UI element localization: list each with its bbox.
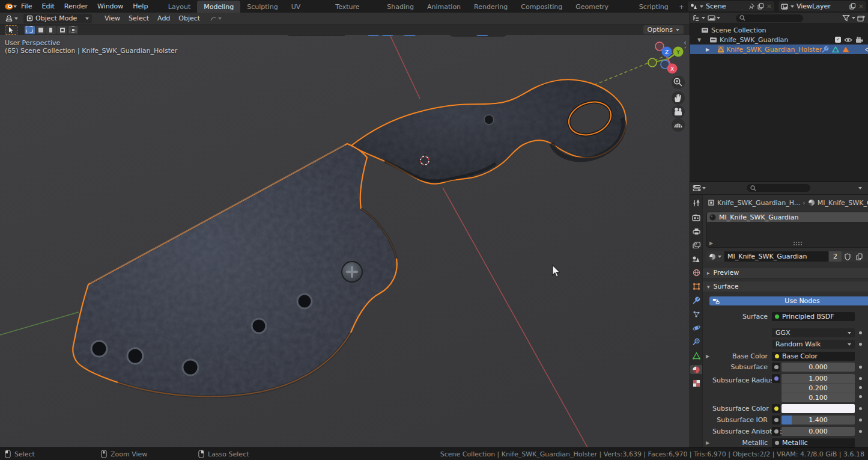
menu-render[interactable]: Render <box>59 2 93 10</box>
workspace-tab-compositing[interactable]: Compositing <box>514 1 569 13</box>
menu-edit[interactable]: Edit <box>37 2 59 10</box>
outliner-row-scene-collection[interactable]: Scene Collection <box>690 25 868 35</box>
breadcrumb-object[interactable]: Knife_SWK_Guardian_H... <box>717 199 800 207</box>
material-slot-list[interactable]: MI_Knife_SWK_Guardian ▶ <box>706 212 868 248</box>
tab-object[interactable] <box>690 282 702 291</box>
menu-object[interactable]: Object <box>174 14 204 22</box>
logo-menu-chevron[interactable] <box>13 5 17 8</box>
workspace-tab-animation[interactable]: Animation <box>420 1 467 13</box>
outliner-row-collection[interactable]: ▼ Knife_SWK_Guardian ✓ <box>690 35 868 44</box>
add-workspace-button[interactable]: + <box>675 1 688 13</box>
subsurface-radius-x[interactable]: 1.000 <box>782 374 855 383</box>
tab-tool[interactable] <box>690 199 702 208</box>
subsurface-ior-socket[interactable] <box>772 416 780 425</box>
properties-options-chevron[interactable] <box>858 187 862 189</box>
collection-checkbox[interactable]: ✓ <box>835 37 841 43</box>
outliner-row-active-object[interactable]: ▶ Knife_SWK_Guardian_Holster <box>690 44 868 54</box>
mode-dropdown[interactable]: Object Mode <box>23 14 92 23</box>
subsurface-anisotropy-socket[interactable] <box>772 427 780 436</box>
menu-add[interactable]: Add <box>153 14 174 22</box>
select-mode-set-button[interactable] <box>25 26 35 34</box>
menu-select[interactable]: Select <box>124 14 153 22</box>
animate-dot[interactable] <box>859 430 862 433</box>
animate-dot[interactable] <box>859 395 862 398</box>
tab-scene[interactable] <box>690 254 702 263</box>
expand-input-arrow[interactable]: ▶ <box>703 354 712 359</box>
tab-constraints[interactable] <box>690 337 702 346</box>
workspace-tab-shading[interactable]: Shading <box>380 1 420 13</box>
breadcrumb-material[interactable]: MI_Knife_SWK_Guar... <box>818 199 868 207</box>
filter-icon[interactable] <box>842 14 850 22</box>
fake-user-shield-button[interactable] <box>842 251 853 262</box>
zoom-view-button[interactable] <box>672 76 685 89</box>
tab-modifiers[interactable] <box>690 296 702 305</box>
workspace-tab-layout[interactable]: Layout <box>162 1 197 13</box>
base-color-field[interactable]: Base Color <box>772 352 855 361</box>
menu-window[interactable]: Window <box>93 2 128 10</box>
workspace-tab-sculpting[interactable]: Sculpting <box>240 1 284 13</box>
new-material-copy-button[interactable] <box>854 251 865 262</box>
subsurface-socket[interactable] <box>772 363 780 372</box>
select-mode-invert-button[interactable] <box>57 26 67 34</box>
workspace-tab-uv-editing[interactable]: UV Editing <box>285 1 329 13</box>
animate-dot[interactable] <box>859 377 862 380</box>
active-tool-select-box[interactable] <box>5 25 17 35</box>
subsurface-color-swatch[interactable] <box>782 404 855 413</box>
new-scene-icon[interactable] <box>757 3 764 10</box>
subsurface-value-slider[interactable]: 0.000 <box>782 363 855 372</box>
select-mode-intersect-button[interactable] <box>68 26 78 34</box>
outliner-editor-type-button[interactable] <box>693 14 705 22</box>
panel-header-preview[interactable]: ▸ Preview <box>703 267 868 278</box>
hide-eye-icon[interactable] <box>865 46 868 53</box>
tab-object-data[interactable] <box>690 351 702 360</box>
tab-view-layer[interactable] <box>690 241 702 250</box>
tab-texture[interactable] <box>690 379 702 388</box>
options-dropdown[interactable]: Options <box>643 25 684 34</box>
unlink-material-button[interactable]: × <box>866 251 868 262</box>
tab-world[interactable] <box>690 268 702 277</box>
material-name-field[interactable]: MI_Knife_SWK_Guardian <box>724 251 828 262</box>
tab-output[interactable] <box>690 227 702 236</box>
expand-arrow[interactable]: ▶ <box>693 47 709 52</box>
slot-expand-arrow[interactable]: ▶ <box>709 241 713 246</box>
tab-particles[interactable] <box>690 310 702 319</box>
camera-view-button[interactable] <box>672 105 685 118</box>
menu-file[interactable]: File <box>16 2 37 10</box>
subsurface-radius-socket[interactable] <box>772 374 780 383</box>
subsurface-method-dropdown[interactable]: Random Walk <box>772 340 855 349</box>
transform-widget-button[interactable] <box>208 14 223 23</box>
tab-physics[interactable] <box>690 324 702 333</box>
menu-view[interactable]: View <box>100 14 124 22</box>
animate-dot[interactable] <box>859 366 862 369</box>
sidebar-toggle-arrow[interactable]: ‹ <box>684 38 687 47</box>
filter-chevron[interactable] <box>852 17 855 19</box>
subsurface-ior-slider[interactable]: 1.400 <box>782 416 855 425</box>
outliner-item-label[interactable]: Knife_SWK_Guardian_Holster <box>726 46 822 54</box>
scene-browse-chevron[interactable] <box>700 5 703 8</box>
subsurface-radius-z[interactable]: 0.100 <box>782 393 855 402</box>
new-collection-icon[interactable] <box>857 14 866 22</box>
pan-view-button[interactable] <box>672 91 685 105</box>
select-mode-extend-button[interactable] <box>35 26 46 34</box>
properties-editor-type-button[interactable] <box>693 185 706 192</box>
outliner-display-mode-button[interactable] <box>708 14 720 22</box>
workspace-tab-geometry-nodes[interactable]: Geometry Nodes <box>569 1 633 13</box>
panel-header-surface[interactable]: ▾ Surface <box>703 281 868 292</box>
tab-material[interactable] <box>690 365 702 374</box>
animate-dot[interactable] <box>859 343 862 346</box>
gizmo-negative-y[interactable] <box>648 58 657 67</box>
disable-render-camera-icon[interactable] <box>855 37 863 43</box>
editor-type-button[interactable] <box>3 14 20 23</box>
subsurface-color-socket[interactable] <box>772 404 780 413</box>
animate-dot[interactable] <box>859 331 862 334</box>
hide-eye-icon[interactable] <box>844 37 852 43</box>
properties-search-input[interactable] <box>747 184 810 192</box>
material-users-count-button[interactable]: 2 <box>829 251 842 262</box>
select-mode-subtract-button[interactable] <box>46 26 56 34</box>
surface-shader-field[interactable]: Principled BSDF <box>772 312 855 321</box>
tab-render[interactable] <box>690 213 702 222</box>
metallic-field[interactable]: Metallic <box>772 438 855 447</box>
slot-resize-grip[interactable] <box>793 241 802 245</box>
workspace-tab-rendering[interactable]: Rendering <box>467 1 514 13</box>
material-slot-active[interactable]: MI_Knife_SWK_Guardian <box>707 212 868 222</box>
